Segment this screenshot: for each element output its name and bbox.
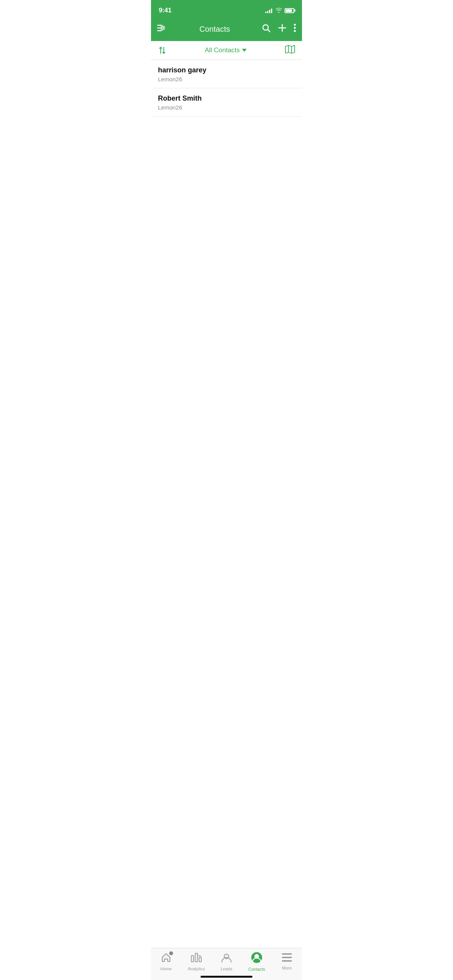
filter-bar: All Contacts	[151, 41, 302, 60]
svg-rect-6	[162, 30, 163, 31]
status-icons	[265, 7, 294, 14]
add-button[interactable]	[278, 23, 287, 35]
svg-rect-5	[162, 25, 163, 26]
toolbar-left	[157, 24, 168, 34]
map-view-button[interactable]	[285, 45, 295, 56]
svg-rect-10	[160, 29, 161, 30]
battery-icon	[285, 8, 294, 13]
svg-marker-20	[285, 45, 295, 53]
wifi-icon	[275, 7, 282, 14]
contact-list: harrison garey Lemon26 Robert Smith Lemo…	[151, 60, 302, 117]
svg-rect-11	[164, 29, 165, 30]
svg-rect-0	[157, 25, 162, 26]
svg-rect-2	[157, 30, 162, 31]
search-button[interactable]	[261, 23, 271, 35]
contact-item[interactable]: Robert Smith Lemon26	[151, 88, 302, 117]
svg-line-14	[268, 30, 270, 32]
svg-point-4	[162, 27, 163, 28]
contact-company: Lemon26	[158, 104, 295, 111]
svg-point-17	[294, 24, 296, 26]
contact-name: harrison garey	[158, 66, 295, 74]
contact-company: Lemon26	[158, 76, 295, 82]
settings-icon-button[interactable]	[157, 24, 168, 34]
signal-icon	[265, 8, 272, 13]
svg-rect-12	[160, 26, 161, 27]
filter-label: All Contacts	[205, 46, 240, 54]
svg-rect-7	[165, 27, 166, 28]
toolbar-actions	[261, 23, 296, 35]
filter-dropdown-button[interactable]: All Contacts	[205, 46, 247, 54]
svg-point-19	[294, 30, 296, 32]
contact-name: Robert Smith	[158, 94, 295, 103]
contact-item[interactable]: harrison garey Lemon26	[151, 60, 302, 88]
sort-button[interactable]	[158, 46, 166, 54]
svg-rect-8	[160, 27, 161, 28]
svg-point-18	[294, 27, 296, 29]
status-time: 9:41	[159, 7, 172, 14]
overflow-menu-button[interactable]	[294, 24, 296, 34]
toolbar: Contacts	[151, 19, 302, 41]
chevron-down-icon	[242, 49, 247, 52]
toolbar-title: Contacts	[199, 25, 230, 34]
status-bar: 9:41	[151, 0, 302, 19]
svg-rect-9	[164, 26, 165, 27]
